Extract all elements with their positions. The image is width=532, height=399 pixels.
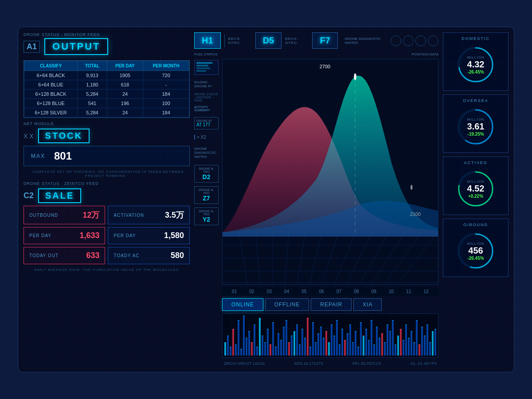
chart-column: POSITION DATA 2700 2100 [222,52,438,367]
bar [238,320,239,356]
tab-repair[interactable]: REPAIR [311,298,352,311]
bar [280,340,282,356]
gauge-million-2: MILLION [467,180,484,184]
d2-value: D2 [196,173,216,180]
tab-offline[interactable]: OFFLINE [265,298,309,311]
metric-card: PER DAY 1,580 [108,227,190,244]
nav-d5[interactable]: D5 [255,32,282,49]
bar [317,333,319,356]
bar [267,329,269,356]
bar [363,336,364,356]
metric-label: PER DAY [113,233,136,238]
x-axis-label: 02 [249,289,254,294]
bar [333,336,335,356]
dashboard-screen: DRONE STATUS · MONITOR FEED A1 OUTPUT CL… [18,27,514,372]
x-axis-label: 01 [232,289,237,294]
col-total: TOTAL [78,61,107,71]
gauge-value-1: 3.61 [467,121,484,132]
gauge-million-0: MILLION [467,55,484,59]
table-cell: 6+128 SILVER [24,108,78,117]
bar [397,336,399,356]
bar [405,325,407,356]
bar [291,336,293,356]
table-cell: 6+64 BLUE [24,80,78,90]
table-cell: 196 [107,99,143,108]
stock-max-box: MAX 801 [23,146,190,166]
metric-card: OUTBOUND 12万 [23,206,105,224]
gauge-section-actived: ACTIVED MILLION 4.52 +0.22% [443,156,509,215]
bar [240,349,242,356]
chart-tabs: ONLINE OFFLINE REPAIR XIA [222,298,438,311]
x-axis-label: 05 [301,289,306,294]
sale-section: DRONE STATUS · ZEINTCO FEED C2 SALE OUTB… [23,181,190,264]
bar [315,342,317,356]
footer-note: · DAILY AVERAGE DATA: THE CUMULATIVE VAL… [23,268,190,272]
output-section: DRONE STATUS · MONITOR FEED A1 OUTPUT [23,32,190,57]
c2-label: C2 [23,191,34,200]
bar [259,318,261,356]
bar [323,338,325,356]
col-permonth: PER MONTH [143,61,189,71]
side-tag-y2: DRONE N-TRO Y2 [194,207,219,225]
output-title: OUTPUT [52,41,100,52]
bar [331,325,332,356]
x-axis-label: 04 [284,289,289,294]
bar-chart [222,313,438,358]
y2-value: Y2 [196,216,216,223]
nav-f7[interactable]: F7 [312,32,337,49]
at-value-box: DRONE AT AT 177 [194,117,219,129]
gauge-change-0: -26.45% [467,70,484,74]
sale-box: SALE [38,188,81,203]
bar [365,329,367,356]
table-cell: 9,913 [78,71,107,80]
table-cell: - [143,80,189,90]
tab-online[interactable]: ONLINE [222,298,263,311]
gauge-center-2: MILLION 4.52 +0.22% [467,180,484,199]
table-cell: 24 [107,90,143,99]
table-cell: 184 [143,108,189,117]
max-value: 801 [54,150,72,162]
bar [419,344,420,356]
bar [357,347,359,356]
metric-label: TOADY AC [113,253,139,258]
stock-title: STOCK [45,131,83,141]
bar [432,331,434,356]
a1-unit-label: A1 [23,41,40,53]
gauge-change-2: +0.22% [467,194,484,199]
bar [403,340,404,356]
table-cell: 24 [107,108,143,117]
gauge-section-oversea: OVERSEA MILLION 3.61 -19.25% [443,94,509,153]
gauge-container-0: MILLION 4.32 -26.45% [454,43,498,87]
table-cell: 5,284 [78,90,107,99]
bar [339,344,340,356]
left-panel: DRONE STATUS · MONITOR FEED A1 OUTPUT CL… [23,32,190,367]
bar [325,331,327,356]
metric-value: 3.5万 [165,210,184,220]
gauge-title-actived: ACTIVED [464,160,487,165]
fuel-status-label: FUEL STATUS [194,52,219,56]
table-cell: 5,284 [78,108,107,117]
chart-footer: DRCXI IXRAST USASI XRS 16.17107'5 PPL 50… [222,360,438,367]
tab-xia[interactable]: XIA [353,298,382,311]
bar [307,318,309,356]
classify-table: CLASSIFY TOTAL PER DAY PER MONTH 6+64 BL… [23,60,190,118]
table-row: 6+128 BLUE541196100 [24,99,189,108]
table-cell: 720 [143,71,189,80]
middle-panel: H1 BRCN · NTRO D5 BRCN · NTRO F7 DRONE D… [194,32,438,367]
footer-right: A1 ·1X 497 PX [411,361,437,366]
bar [293,331,295,356]
metric-card: TOADY AC 580 [108,247,190,264]
sale-status-label: DRONE STATUS · ZEINTCO FEED [23,181,99,186]
gauge-title-oversea: OVERSEA [463,98,489,103]
metric-card: ACTIVATION 3.5万 [108,206,190,224]
x-axis-label: 11 [406,289,411,294]
nav-h1[interactable]: H1 [194,32,221,49]
bar [262,336,263,356]
table-cell: 1,180 [78,80,107,90]
gauge-title-domestic: DOMESTIC [462,36,490,41]
bar [312,322,314,356]
bar [309,347,311,356]
top-nav: H1 BRCN · NTRO D5 BRCN · NTRO F7 DRONE D… [194,32,438,49]
bar [421,327,423,356]
stock-box: STOCK [38,129,90,143]
